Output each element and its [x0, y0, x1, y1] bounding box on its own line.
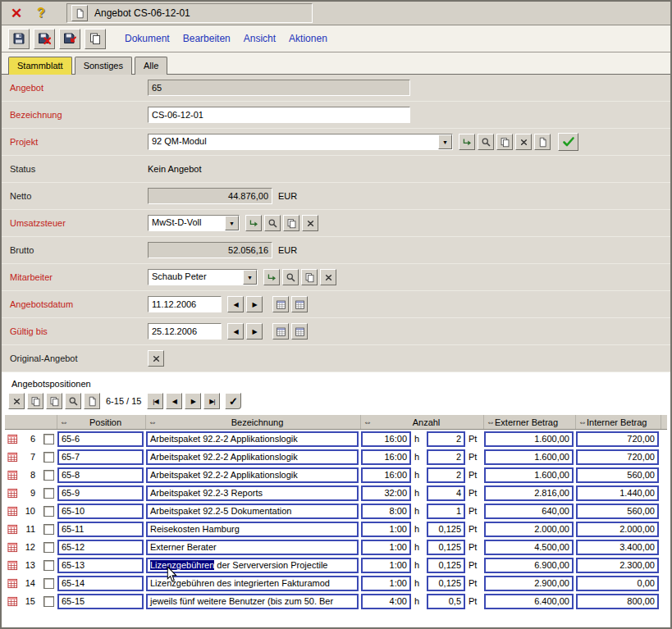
row-checkbox[interactable]: [39, 524, 57, 535]
umsatzsteuer-copy-button[interactable]: [283, 215, 299, 231]
bezeichnung-cell[interactable]: Externer Berater: [146, 540, 359, 555]
umsatzsteuer-search-button[interactable]: [264, 215, 281, 231]
externer-betrag-cell[interactable]: 1.600,00: [484, 467, 574, 483]
zeit-cell[interactable]: 32:00: [361, 485, 411, 501]
copy-position-button[interactable]: [27, 393, 43, 409]
mitarbeiter-copy-button[interactable]: [301, 269, 318, 285]
checkbox-box[interactable]: [43, 434, 54, 444]
bezeichnung-cell[interactable]: Lizenzgebühren der Serverversion Project…: [146, 558, 359, 573]
bezeichnung-cell[interactable]: Lizenzgebühren des integrierten Fakturam…: [146, 576, 359, 591]
umsatzsteuer-goto-button[interactable]: [245, 215, 262, 231]
save-button[interactable]: [8, 29, 30, 49]
row-checkbox[interactable]: [39, 578, 57, 589]
externer-betrag-cell[interactable]: 6.400,00: [484, 594, 574, 609]
anzahl-cell[interactable]: 2: [427, 431, 465, 447]
position-cell[interactable]: 65-12: [57, 540, 144, 555]
row-checkbox[interactable]: [39, 560, 57, 571]
position-cell[interactable]: 65-11: [57, 522, 144, 537]
zeit-cell[interactable]: 1:00: [361, 540, 411, 555]
save-close-button[interactable]: [34, 29, 55, 49]
checkbox-box[interactable]: [43, 578, 54, 589]
row-checkbox[interactable]: [39, 470, 57, 481]
anzahl-cell[interactable]: 2: [427, 467, 465, 483]
interner-betrag-cell[interactable]: 560,00: [576, 467, 659, 483]
anzahl-cell[interactable]: 4: [427, 485, 465, 501]
interner-betrag-cell[interactable]: 720,00: [576, 431, 659, 447]
bezeichnung-cell[interactable]: jeweils fünf weitere Benutzer (bis zum 5…: [146, 594, 359, 609]
row-checkbox[interactable]: [39, 596, 57, 607]
gueltig-bis-calendar-button[interactable]: [272, 323, 289, 340]
sort-icon[interactable]: ⇔: [487, 417, 495, 426]
zeit-cell[interactable]: 1:00: [361, 576, 411, 591]
checkbox-box[interactable]: [43, 524, 54, 535]
externer-betrag-cell[interactable]: 2.900,00: [484, 576, 574, 591]
row-edit-button[interactable]: [5, 488, 20, 499]
interner-betrag-cell[interactable]: 800,00: [576, 594, 659, 609]
row-checkbox[interactable]: [39, 452, 57, 463]
column-header-bezeichnung[interactable]: ⇔ Bezeichnung: [146, 415, 361, 429]
position-cell[interactable]: 65-6: [57, 431, 144, 447]
close-button[interactable]: ✕: [6, 4, 27, 23]
sort-icon[interactable]: ⇔: [578, 417, 587, 426]
projekt-copy-button[interactable]: [496, 134, 513, 150]
tab-stammblatt[interactable]: Stammblatt: [8, 57, 72, 75]
row-checkbox[interactable]: [39, 542, 57, 553]
mitarbeiter-search-button[interactable]: [282, 269, 299, 285]
zeit-cell[interactable]: 16:00: [361, 431, 411, 447]
delete-position-button[interactable]: [8, 393, 25, 409]
anzahl-cell[interactable]: 0,125: [427, 522, 465, 537]
row-checkbox[interactable]: [39, 488, 57, 499]
anzahl-cell[interactable]: 2: [427, 449, 465, 465]
zeit-cell[interactable]: 1:00: [361, 558, 411, 573]
zeit-cell[interactable]: 8:00: [361, 504, 411, 519]
projekt-new-button[interactable]: [534, 134, 551, 150]
bezeichnung-cell[interactable]: Arbeitspaket 92.2-2 Applikationslogik: [146, 431, 359, 447]
menu-dokument[interactable]: Dokument: [125, 33, 170, 44]
interner-betrag-cell[interactable]: 2.300,00: [576, 558, 659, 573]
position-cell[interactable]: 65-9: [57, 485, 144, 501]
row-edit-button[interactable]: [5, 578, 20, 589]
interner-betrag-cell[interactable]: 0,00: [576, 576, 659, 591]
chevron-down-icon[interactable]: ▼: [225, 216, 239, 230]
brutto-input[interactable]: [148, 242, 272, 258]
interner-betrag-cell[interactable]: 560,00: [576, 504, 659, 519]
anzahl-cell[interactable]: 0,125: [427, 540, 465, 555]
anzahl-cell[interactable]: 0,125: [427, 558, 465, 573]
column-header-externer-betrag[interactable]: ⇔ Externer Betrag: [484, 415, 576, 429]
save-as-button[interactable]: [59, 29, 80, 49]
anzahl-cell[interactable]: 1: [427, 504, 465, 519]
menu-bearbeiten[interactable]: Bearbeiten: [183, 33, 231, 44]
umsatzsteuer-clear-button[interactable]: [302, 215, 318, 231]
checkbox-box[interactable]: [43, 488, 54, 499]
row-edit-button[interactable]: [5, 596, 20, 607]
bezeichnung-cell[interactable]: Arbeitspaket 92.2-3 Reports: [146, 485, 359, 501]
gueltig-bis-next-button[interactable]: ▶: [246, 323, 263, 340]
new-position-button[interactable]: [84, 393, 100, 409]
bezeichnung-cell[interactable]: Arbeitspaket 92.2-2 Applikationslogik: [146, 449, 359, 465]
mitarbeiter-clear-button[interactable]: [320, 269, 336, 285]
externer-betrag-cell[interactable]: 640,00: [484, 504, 574, 519]
bezeichnung-cell[interactable]: Reisekosten Hamburg: [146, 522, 359, 537]
zeit-cell[interactable]: 16:00: [361, 467, 411, 483]
angebotsdatum-next-button[interactable]: ▶: [246, 296, 263, 312]
sort-icon[interactable]: ⇔: [149, 417, 157, 426]
tab-sonstiges[interactable]: Sonstiges: [75, 57, 132, 75]
interner-betrag-cell[interactable]: 2.000,00: [576, 522, 659, 537]
checkbox-box[interactable]: [43, 596, 54, 607]
position-cell[interactable]: 65-15: [57, 594, 144, 609]
row-edit-button[interactable]: [5, 560, 20, 571]
search-position-button[interactable]: [65, 393, 81, 409]
row-checkbox[interactable]: [39, 506, 57, 517]
menu-aktionen[interactable]: Aktionen: [289, 33, 327, 44]
row-edit-button[interactable]: [5, 434, 20, 444]
menu-ansicht[interactable]: Ansicht: [244, 33, 276, 44]
zeit-cell[interactable]: 4:00: [361, 594, 411, 609]
externer-betrag-cell[interactable]: 1.600,00: [484, 431, 574, 447]
bezeichnung-input[interactable]: [148, 107, 410, 123]
externer-betrag-cell[interactable]: 1.600,00: [484, 449, 574, 465]
angebotsdatum-prev-button[interactable]: ◀: [227, 296, 244, 312]
zeit-cell[interactable]: 1:00: [361, 522, 411, 537]
first-page-button[interactable]: |◀: [147, 393, 163, 409]
row-edit-button[interactable]: [5, 452, 20, 463]
chevron-down-icon[interactable]: ▼: [438, 134, 452, 149]
